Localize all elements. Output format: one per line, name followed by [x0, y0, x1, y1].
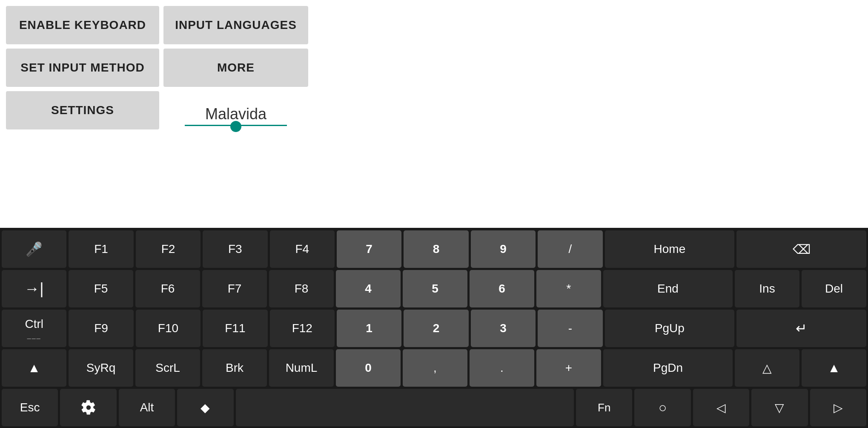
- ctrl-key[interactable]: Ctrl ___: [2, 310, 66, 347]
- num7-key[interactable]: 7: [337, 230, 401, 268]
- f9-key[interactable]: F9: [69, 310, 133, 347]
- space-key[interactable]: [236, 389, 574, 426]
- f3-key[interactable]: F3: [203, 230, 267, 268]
- keyboard-row-1: 🎤 F1 F2 F3 F4 7 8 9 / Home ⌫: [2, 230, 866, 268]
- scrl-key[interactable]: ScrL: [135, 349, 200, 387]
- settings-button[interactable]: SETTINGS: [6, 91, 159, 129]
- keyboard-row-3: Ctrl ___ F9 F10 F11 F12 1 2 3 - PgUp ↵: [2, 310, 866, 347]
- brand-dot: [230, 121, 241, 132]
- fn-key[interactable]: Fn: [576, 389, 632, 426]
- diamond-key[interactable]: ◆: [177, 389, 233, 426]
- circle-key[interactable]: ○: [634, 389, 690, 426]
- settings-icon-key[interactable]: [60, 389, 116, 426]
- brand-cell: Malavida: [163, 91, 308, 129]
- esc-key[interactable]: Esc: [2, 389, 58, 426]
- top-menu-area: ENABLE KEYBOARD INPUT LANGUAGES SET INPU…: [0, 0, 868, 129]
- end-key[interactable]: End: [603, 270, 733, 307]
- brand-label: Malavida: [205, 105, 266, 123]
- f5-key[interactable]: F5: [69, 270, 133, 307]
- nav-right-key[interactable]: ▷: [810, 389, 866, 426]
- keyboard-row-2: →| F5 F6 F7 F8 4 5 6 * End Ins Del: [2, 270, 866, 307]
- mic-key[interactable]: 🎤: [2, 230, 66, 268]
- triangle-up-key[interactable]: △: [735, 349, 799, 387]
- brk-key[interactable]: Brk: [202, 349, 267, 387]
- shift-left-key[interactable]: ▲: [2, 349, 66, 387]
- f1-key[interactable]: F1: [69, 230, 133, 268]
- shift-right-key[interactable]: ▲: [802, 349, 866, 387]
- f6-key[interactable]: F6: [135, 270, 200, 307]
- more-button[interactable]: MORE: [163, 49, 308, 87]
- pgup-key[interactable]: PgUp: [605, 310, 735, 347]
- f12-key[interactable]: F12: [270, 310, 335, 347]
- brand-underline: [185, 125, 287, 126]
- nav-left-key[interactable]: ◁: [693, 389, 749, 426]
- num3-key[interactable]: 3: [471, 310, 536, 347]
- alt-key[interactable]: Alt: [119, 389, 175, 426]
- num8-key[interactable]: 8: [404, 230, 468, 268]
- nav-down-key[interactable]: ▽: [751, 389, 808, 426]
- backspace-key[interactable]: ⌫: [736, 230, 866, 268]
- num0-key[interactable]: 0: [336, 349, 401, 387]
- keyboard: 🎤 F1 F2 F3 F4 7 8 9 / Home ⌫ →| F5 F6 F7…: [0, 228, 868, 428]
- ins-key[interactable]: Ins: [735, 270, 799, 307]
- period-key[interactable]: .: [470, 349, 534, 387]
- num2-key[interactable]: 2: [404, 310, 468, 347]
- syrq-key[interactable]: SyRq: [69, 349, 133, 387]
- f2-key[interactable]: F2: [136, 230, 201, 268]
- slash-key[interactable]: /: [538, 230, 602, 268]
- numl-key[interactable]: NumL: [269, 349, 334, 387]
- num4-key[interactable]: 4: [336, 270, 401, 307]
- f11-key[interactable]: F11: [203, 310, 267, 347]
- input-languages-button[interactable]: INPUT LANGUAGES: [163, 6, 308, 44]
- comma-key[interactable]: ,: [403, 349, 467, 387]
- asterisk-key[interactable]: *: [536, 270, 601, 307]
- minus-key[interactable]: -: [538, 310, 602, 347]
- set-input-method-button[interactable]: SET INPUT METHOD: [6, 49, 159, 87]
- f10-key[interactable]: F10: [136, 310, 201, 347]
- num5-key[interactable]: 5: [403, 270, 467, 307]
- num1-key[interactable]: 1: [337, 310, 401, 347]
- enter-key[interactable]: ↵: [736, 310, 866, 347]
- num6-key[interactable]: 6: [470, 270, 534, 307]
- keyboard-row-4: ▲ SyRq ScrL Brk NumL 0 , . + PgDn △ ▲: [2, 349, 866, 387]
- pgdn-key[interactable]: PgDn: [603, 349, 733, 387]
- num9-key[interactable]: 9: [471, 230, 536, 268]
- menu-grid: ENABLE KEYBOARD INPUT LANGUAGES SET INPU…: [6, 6, 862, 129]
- tab-key[interactable]: →|: [2, 270, 66, 307]
- keyboard-row-5: Esc Alt ◆ Fn ○ ◁ ▽ ▷: [2, 389, 866, 426]
- del-key[interactable]: Del: [802, 270, 866, 307]
- gear-icon: [81, 400, 96, 415]
- home-key[interactable]: Home: [605, 230, 735, 268]
- plus-key[interactable]: +: [536, 349, 601, 387]
- f4-key[interactable]: F4: [270, 230, 335, 268]
- f7-key[interactable]: F7: [202, 270, 267, 307]
- f8-key[interactable]: F8: [269, 270, 334, 307]
- enable-keyboard-button[interactable]: ENABLE KEYBOARD: [6, 6, 159, 44]
